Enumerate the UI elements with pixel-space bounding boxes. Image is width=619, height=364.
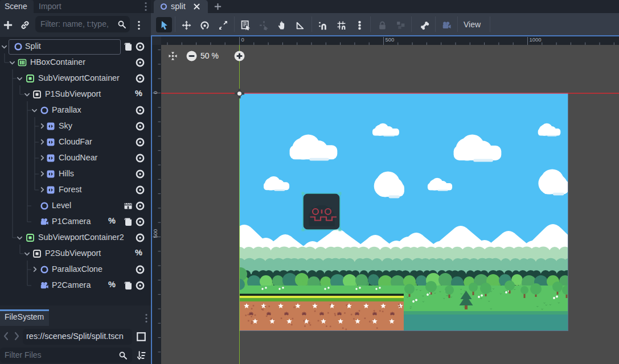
- svg-text:0: 0: [152, 91, 158, 94]
- svg-text:1000: 1000: [530, 36, 542, 43]
- svg-text:500: 500: [386, 36, 395, 43]
- svg-text:500: 500: [152, 229, 158, 238]
- svg-text:0: 0: [241, 36, 244, 43]
